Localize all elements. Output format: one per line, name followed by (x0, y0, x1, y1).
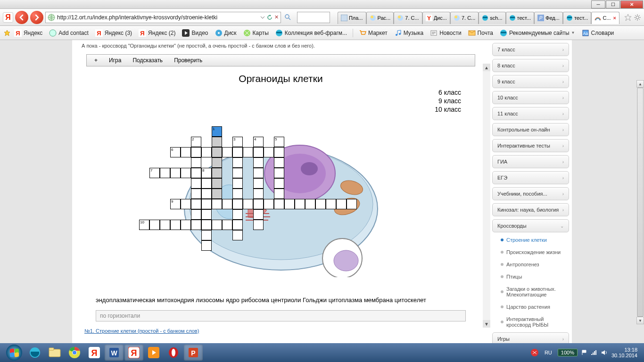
crossword-cell[interactable] (347, 199, 357, 209)
settings-gear-icon[interactable] (634, 14, 641, 21)
crossword-cell[interactable] (201, 189, 212, 199)
sidebar-subitem[interactable]: Антропогенез (492, 260, 569, 269)
browser-tab[interactable]: Пла... (338, 12, 366, 24)
taskbar-media-icon[interactable] (144, 345, 163, 361)
bookmark-item[interactable]: Видео (179, 28, 211, 38)
taskbar-chrome-icon[interactable] (65, 345, 84, 361)
crossword-cell[interactable]: 7 (149, 168, 160, 178)
crossword-cell[interactable] (274, 178, 284, 189)
cw-plus-button[interactable]: + (94, 57, 98, 64)
page-scroll-thumb[interactable] (637, 88, 644, 317)
sidebar-item[interactable]: 10 класс› (492, 91, 569, 104)
bookmark-item[interactable]: AaСловари (579, 28, 617, 38)
sidebar-item[interactable]: 7 класс› (492, 43, 569, 56)
crossword-cell[interactable] (232, 209, 243, 220)
sidebar-item[interactable]: ГИА› (492, 155, 569, 168)
crossword-cell[interactable]: 2 (191, 137, 201, 147)
dropdown-icon[interactable] (260, 15, 265, 20)
taskbar-ie-icon[interactable] (25, 345, 44, 361)
bookmark-item[interactable]: ЯЯндекс (2) (136, 28, 178, 38)
crossword-cell[interactable] (212, 189, 222, 199)
sidebar-subitem[interactable]: Царство растения (492, 302, 569, 312)
crossword-cell[interactable] (191, 189, 201, 199)
page-scroll-down-icon[interactable]: ▼ (636, 317, 644, 324)
favorites-star-icon[interactable] (624, 14, 632, 21)
window-close-button[interactable] (620, 0, 643, 8)
bookmark-item[interactable]: Рекомендуемые сайты ▼ (497, 28, 578, 38)
content-scrollbar[interactable]: ▲ ▼ (483, 64, 490, 328)
crossword-cell[interactable] (274, 147, 284, 157)
back-button[interactable] (15, 11, 28, 24)
crossword-cell[interactable]: 10 (139, 220, 149, 230)
crossword-cell[interactable] (232, 230, 243, 240)
crossword-cell[interactable] (253, 168, 264, 178)
crossword-cell[interactable] (212, 199, 222, 209)
browser-tab[interactable]: тест... (563, 12, 592, 24)
crossword-cell[interactable] (232, 157, 243, 168)
crossword-cell[interactable] (284, 199, 295, 209)
crossword-cell[interactable] (295, 199, 305, 209)
sidebar-subitem[interactable]: Загадки о животных. Млекопитающие (492, 284, 569, 299)
page-scroll-up-icon[interactable]: ▲ (636, 80, 644, 88)
language-indicator[interactable]: RU (543, 349, 554, 356)
crossword-cell[interactable] (181, 220, 191, 230)
crossword-cell[interactable] (232, 220, 243, 230)
crossword-cell[interactable] (305, 199, 315, 209)
crossword-cell[interactable] (336, 199, 347, 209)
taskbar-powerpoint-icon[interactable]: P (184, 345, 203, 361)
crossword-cell[interactable] (264, 199, 274, 209)
crossword-cell[interactable] (201, 147, 212, 157)
crossword-cell[interactable] (326, 199, 336, 209)
cw-check-button[interactable]: Проверить (174, 57, 202, 64)
sidebar-subitem[interactable]: Происхождение жизни (492, 247, 569, 257)
cw-hint-button[interactable]: Подсказать (132, 57, 163, 64)
browser-tab[interactable]: 7. С... (394, 12, 422, 24)
browser-tab[interactable]: sch... (479, 12, 505, 24)
taskbar-explorer-icon[interactable] (45, 345, 64, 361)
crossword-cell[interactable] (243, 199, 253, 209)
crossword-cell[interactable] (149, 220, 160, 230)
browser-tab[interactable]: тест... (506, 12, 535, 24)
crossword-cell[interactable] (181, 199, 191, 209)
sidebar-item[interactable]: 9 класс› (492, 75, 569, 88)
crossword-cell[interactable] (274, 157, 284, 168)
sidebar-item[interactable]: 8 класс› (492, 59, 569, 72)
crossword-cell[interactable] (232, 168, 243, 178)
bookmark-item[interactable]: ЯЯндекс (11, 28, 45, 38)
sidebar-item[interactable]: Кинозал: наука, биология› (492, 203, 569, 216)
bookmark-item[interactable]: Add contact (46, 28, 91, 38)
crossword-cell[interactable] (212, 168, 222, 178)
bookmark-item[interactable]: Коллекция веб-фрагм... (272, 28, 350, 38)
crossword-cell[interactable] (222, 147, 232, 157)
search-input[interactable] (297, 12, 330, 23)
taskbar-opera-icon[interactable] (164, 345, 183, 361)
bookmark-item[interactable]: Маркет (356, 28, 390, 38)
crossword-cell[interactable] (232, 147, 243, 157)
scroll-track[interactable] (483, 71, 490, 320)
tray-clock[interactable]: 13:18 30.10.2014 (611, 347, 640, 358)
crossword-cell[interactable] (232, 199, 243, 209)
sidebar-subitem[interactable]: Строение клетки (492, 235, 569, 245)
browser-tab[interactable]: YДис... (422, 12, 450, 24)
crossword-cell[interactable] (232, 189, 243, 199)
crossword-cell[interactable] (191, 178, 201, 189)
taskbar-word-icon[interactable]: W (105, 345, 124, 361)
window-minimize-button[interactable] (591, 0, 605, 8)
crossword-cell[interactable]: 4 (253, 137, 264, 147)
crossword-cell[interactable] (253, 220, 264, 230)
scroll-up-icon[interactable]: ▲ (483, 64, 490, 71)
address-bar[interactable]: ✕ (45, 12, 281, 23)
tray-flag-icon[interactable] (581, 350, 587, 355)
crossword-cell[interactable] (191, 147, 201, 157)
tab-close-icon[interactable]: × (613, 15, 616, 21)
bookmark-item[interactable]: ЯЯндекс (3) (92, 28, 135, 38)
sidebar-item[interactable]: Контрольные он-лайн› (492, 123, 569, 136)
sidebar-item[interactable]: ЕГЭ› (492, 171, 569, 184)
browser-tab[interactable]: 7. С... (450, 12, 479, 24)
scroll-down-icon[interactable]: ▼ (483, 320, 490, 328)
crossword-cell[interactable] (201, 220, 212, 230)
bookmark-item[interactable]: Диск (212, 28, 239, 38)
window-maximize-button[interactable] (606, 0, 620, 8)
taskbar-yandex2-icon[interactable]: Я (124, 345, 143, 361)
browser-tab[interactable]: Рас... (366, 12, 394, 24)
